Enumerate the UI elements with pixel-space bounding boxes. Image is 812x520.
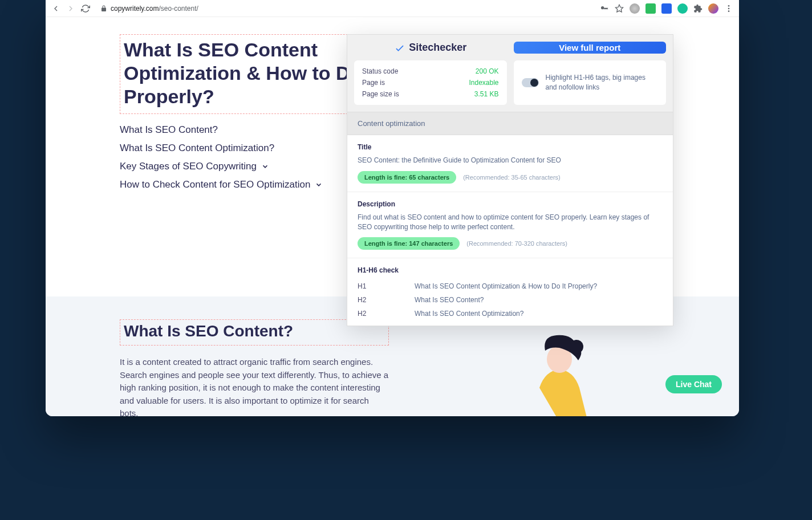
chevron-down-icon (261, 162, 269, 170)
title-section: Title SEO Content: the Definitive Guide … (347, 135, 673, 192)
svg-point-1 (728, 5, 730, 7)
sitechecker-panel: Sitechecker View full report Status code… (347, 34, 673, 326)
svg-marker-0 (615, 5, 623, 12)
section-body: It is a content created to attract organ… (120, 356, 389, 416)
title-text: SEO Content: the Definitive Guide to Opt… (358, 156, 663, 165)
reload-icon[interactable] (81, 4, 90, 13)
live-chat-button[interactable]: Live Chat (665, 375, 722, 393)
star-icon[interactable] (615, 4, 624, 13)
avatar[interactable] (708, 3, 718, 14)
content-opt-header: Content optimization (347, 112, 673, 135)
description-section: Description Find out what is SEO content… (347, 192, 673, 259)
toolbar-right (600, 3, 733, 14)
person-illustration (511, 319, 608, 416)
h-row: H2What Is SEO Content Optimization? (358, 310, 663, 318)
key-icon[interactable] (600, 4, 609, 13)
forward-icon[interactable] (66, 4, 75, 13)
url-bar[interactable]: copywritely.com/seo-content/ (96, 5, 594, 13)
desc-length-badge: Length is fine: 147 characters (358, 237, 460, 250)
title-length-badge: Length is fine: 65 characters (358, 171, 456, 184)
svg-point-3 (728, 10, 730, 12)
status-label: Status code (362, 67, 398, 75)
page-content: H1 What Is SEO Content Optimization & Ho… (46, 17, 739, 416)
url-path: /seo-content/ (159, 5, 198, 13)
sitechecker-logo: Sitechecker (354, 42, 507, 54)
h-check-label: H1-H6 check (358, 266, 663, 274)
back-icon[interactable] (51, 4, 60, 13)
desc-rec: (Recommended: 70-320 characters) (466, 240, 567, 247)
status-value: 200 OK (476, 67, 499, 75)
status-label: Page is (362, 79, 385, 87)
svg-point-5 (570, 340, 583, 354)
browser-window: copywritely.com/seo-content/ H1 What Is … (46, 0, 739, 416)
ext-icon-1[interactable] (630, 3, 640, 14)
grammarly-icon[interactable] (677, 3, 688, 14)
lock-icon (100, 5, 107, 12)
menu-icon[interactable] (724, 4, 733, 13)
view-full-report-button[interactable]: View full report (514, 42, 667, 54)
status-card: Status code200 OK Page isIndexable Page … (354, 60, 507, 105)
chevron-down-icon (315, 181, 323, 189)
extensions-icon[interactable] (693, 4, 703, 13)
highlight-toggle-card: Highlight H1-H6 tags, big images and nof… (514, 60, 667, 105)
h-row: H2What Is SEO Content? (358, 296, 663, 304)
sitechecker-ext-icon[interactable] (661, 3, 672, 14)
section-h2: What Is SEO Content? (124, 322, 383, 340)
evernote-icon[interactable] (645, 3, 656, 14)
status-label: Page size is (362, 90, 399, 98)
status-value: 3.51 KB (474, 90, 499, 98)
desc-text: Find out what is SEO content and how to … (358, 213, 663, 232)
check-icon (394, 42, 405, 54)
toggle-label: Highlight H1-H6 tags, big images and nof… (546, 73, 659, 92)
title-rec: (Recommended: 35-65 characters) (463, 174, 561, 181)
desc-label: Description (358, 200, 663, 208)
status-value: Indexable (469, 79, 498, 87)
title-label: Title (358, 143, 663, 151)
h-row: H1What Is SEO Content Optimization & How… (358, 282, 663, 290)
headings-section: H1-H6 check H1What Is SEO Content Optimi… (347, 258, 673, 326)
svg-point-2 (728, 7, 730, 9)
highlight-toggle[interactable] (522, 78, 539, 87)
url-domain: copywritely.com (111, 5, 159, 13)
browser-toolbar: copywritely.com/seo-content/ (46, 0, 739, 17)
